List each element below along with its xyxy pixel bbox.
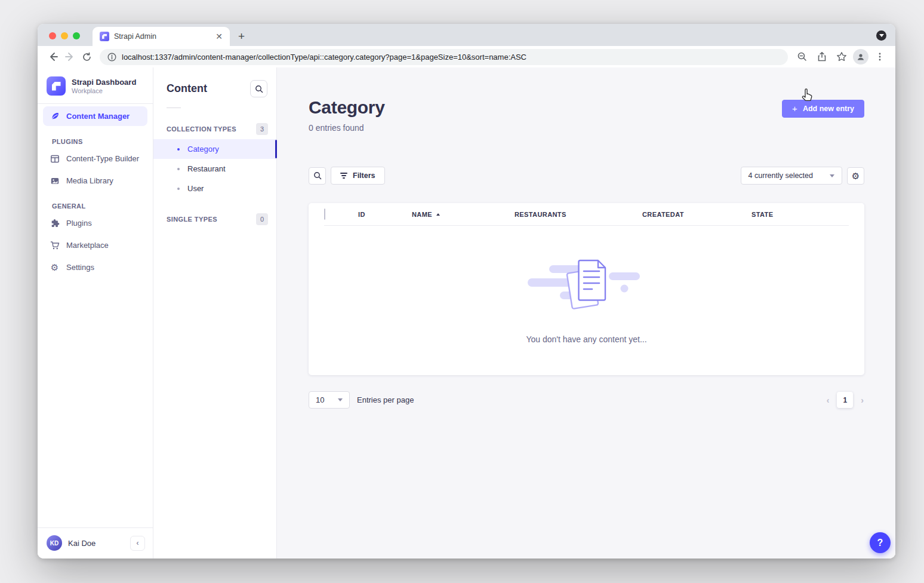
panel-item-label: Restaurant xyxy=(187,164,226,173)
chevron-down-icon xyxy=(338,398,343,401)
sidebar-item-marketplace[interactable]: Marketplace xyxy=(43,235,147,255)
screen-indicator-icon[interactable] xyxy=(876,30,886,41)
sidebar-item-label: Media Library xyxy=(66,176,113,185)
collapse-sidebar-button[interactable]: ‹ xyxy=(130,536,145,551)
help-button[interactable]: ? xyxy=(870,532,891,553)
bookmark-star-icon[interactable] xyxy=(833,48,850,65)
previous-page-icon[interactable]: ‹ xyxy=(827,396,830,404)
collection-types-header: COLLECTION TYPES 3 xyxy=(167,123,268,135)
bullet-icon xyxy=(177,168,180,170)
forward-button[interactable] xyxy=(61,48,78,65)
sort-ascending-icon xyxy=(436,213,440,216)
zoom-window-button[interactable] xyxy=(73,32,80,39)
main-content: Category 0 entries found + Add new entry… xyxy=(277,67,895,559)
column-header-restaurants[interactable]: RESTAURANTS xyxy=(515,211,642,218)
next-page-icon[interactable]: › xyxy=(861,396,864,404)
panel-item-label: User xyxy=(187,184,204,193)
sidebar-section-general: GENERAL xyxy=(52,202,153,210)
add-new-entry-label: Add new entry xyxy=(803,105,854,113)
single-types-count-badge: 0 xyxy=(256,213,268,225)
content-manager-feather-icon xyxy=(50,112,60,121)
main-sidebar: Strapi Dashboard Workplace Content Manag… xyxy=(38,67,153,559)
url-bar[interactable]: localhost:1337/admin/content-manager/col… xyxy=(100,49,788,65)
browser-profile-avatar[interactable] xyxy=(853,49,868,65)
collection-types-label: COLLECTION TYPES xyxy=(167,125,236,133)
current-page-button[interactable]: 1 xyxy=(837,392,853,408)
strapi-logo-icon xyxy=(47,76,66,96)
traffic-lights xyxy=(49,32,80,39)
browser-tab-strip: Strapi Admin ✕ + xyxy=(38,24,895,46)
filter-icon xyxy=(340,173,347,179)
sidebar-item-settings[interactable]: ⚙ Settings xyxy=(43,257,147,277)
column-header-name[interactable]: NAME xyxy=(412,211,515,218)
column-header-createdat[interactable]: CREATEDAT xyxy=(642,211,751,218)
empty-content-illustration xyxy=(525,252,648,319)
list-controls: Filters 4 currently selected ⚙ xyxy=(309,167,864,185)
browser-window: Strapi Admin ✕ + localhost:1337/admin/co… xyxy=(38,24,895,559)
panel-search-button[interactable] xyxy=(250,80,267,97)
sidebar-item-content-type-builder[interactable]: Content-Type Builder xyxy=(43,149,147,168)
puzzle-icon xyxy=(50,219,60,228)
empty-message: You don't have any content yet... xyxy=(526,335,646,344)
table-search-button[interactable] xyxy=(309,167,326,185)
search-icon xyxy=(255,85,263,93)
plus-icon: + xyxy=(792,104,797,113)
search-icon xyxy=(313,171,322,180)
user-name: Kai Doe xyxy=(68,539,96,548)
sidebar-item-label: Plugins xyxy=(66,219,92,228)
url-text[interactable]: localhost:1337/admin/content-manager/col… xyxy=(122,53,526,62)
new-tab-button[interactable]: + xyxy=(238,30,245,42)
workspace-brand[interactable]: Strapi Dashboard Workplace xyxy=(38,67,153,103)
sidebar-item-label: Content Manager xyxy=(66,112,130,121)
table-settings-button[interactable]: ⚙ xyxy=(847,167,864,185)
page-info-icon[interactable] xyxy=(107,53,116,62)
column-header-state[interactable]: STATE xyxy=(751,211,864,218)
back-button[interactable] xyxy=(45,48,61,65)
chevron-down-icon xyxy=(830,174,834,177)
browser-toolbar: localhost:1337/admin/content-manager/col… xyxy=(38,46,895,67)
sidebar-item-label: Settings xyxy=(66,263,94,272)
reload-button[interactable] xyxy=(78,48,95,65)
entries-found-label: 0 entries found xyxy=(309,123,385,133)
columns-selected-dropdown[interactable]: 4 currently selected xyxy=(741,167,842,185)
sidebar-item-content-manager[interactable]: Content Manager xyxy=(43,106,147,126)
share-icon[interactable] xyxy=(814,48,830,65)
add-new-entry-button[interactable]: + Add new entry xyxy=(782,100,864,118)
panel-item-category[interactable]: Category xyxy=(153,139,276,159)
page-size-value: 10 xyxy=(316,395,324,404)
select-all-checkbox[interactable] xyxy=(324,208,325,220)
sidebar-item-plugins[interactable]: Plugins xyxy=(43,213,147,233)
bullet-icon xyxy=(177,188,180,190)
content-type-builder-icon xyxy=(50,154,60,164)
panel-item-user[interactable]: User xyxy=(153,179,276,198)
minimize-window-button[interactable] xyxy=(61,32,68,39)
sidebar-user-row: KD Kai Doe ‹ xyxy=(38,527,153,559)
zoom-out-icon[interactable] xyxy=(794,48,811,65)
panel-item-label: Category xyxy=(187,145,219,154)
pagination-row: 10 Entries per page ‹ 1 › xyxy=(309,391,864,409)
browser-menu-icon[interactable] xyxy=(871,48,888,65)
sidebar-item-label: Marketplace xyxy=(66,241,109,250)
gear-icon: ⚙ xyxy=(50,263,60,272)
single-types-label: SINGLE TYPES xyxy=(167,216,217,223)
workspace-title: Strapi Dashboard xyxy=(72,78,136,87)
cart-icon xyxy=(50,241,60,250)
browser-tab[interactable]: Strapi Admin ✕ xyxy=(93,27,230,46)
empty-state: You don't have any content yet... xyxy=(309,226,864,375)
panel-divider xyxy=(167,108,181,108)
collection-types-count-badge: 3 xyxy=(256,123,268,135)
sidebar-item-media-library[interactable]: Media Library xyxy=(43,171,147,191)
bullet-icon xyxy=(177,148,180,151)
panel-item-restaurant[interactable]: Restaurant xyxy=(153,159,276,179)
user-avatar[interactable]: KD xyxy=(47,535,62,551)
filters-label: Filters xyxy=(353,171,375,180)
page-size-dropdown[interactable]: 10 xyxy=(309,391,350,409)
single-types-header: SINGLE TYPES 0 xyxy=(167,213,268,225)
content-panel: Content COLLECTION TYPES 3 Category Rest… xyxy=(153,67,277,559)
column-header-id[interactable]: ID xyxy=(358,211,412,218)
sidebar-section-plugins: PLUGINS xyxy=(52,138,153,145)
tab-close-icon[interactable]: ✕ xyxy=(214,31,224,42)
sidebar-divider xyxy=(38,103,153,104)
close-window-button[interactable] xyxy=(49,32,56,39)
filters-button[interactable]: Filters xyxy=(331,167,385,185)
